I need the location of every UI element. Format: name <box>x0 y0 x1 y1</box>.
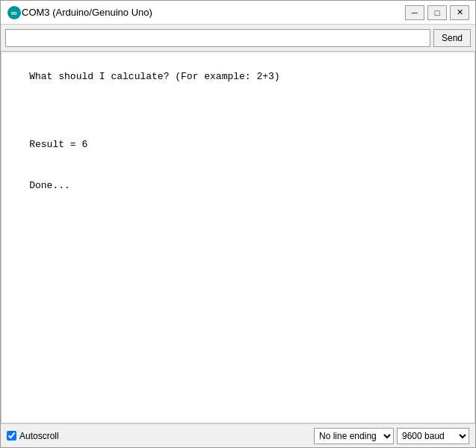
autoscroll-label[interactable]: Autoscroll <box>7 431 314 441</box>
autoscroll-checkbox[interactable] <box>7 431 16 441</box>
output-line-3: Result = 6 <box>29 139 87 150</box>
svg-text:∞: ∞ <box>11 8 17 17</box>
serial-output: What should I calculate? (For example: 2… <box>1 52 475 423</box>
baud-rate-select[interactable]: 300 baud 600 baud 1200 baud 2400 baud 48… <box>397 428 469 444</box>
arduino-logo-icon: ∞ <box>7 5 22 20</box>
send-button[interactable]: Send <box>433 29 471 47</box>
main-window: ∞ COM3 (Arduino/Genuino Uno) ─ □ ✕ Send … <box>0 0 476 448</box>
line-ending-select[interactable]: No line ending Newline Carriage return B… <box>314 428 394 444</box>
serial-input[interactable] <box>5 29 430 47</box>
window-controls: ─ □ ✕ <box>405 5 469 20</box>
output-line-1: What should I calculate? (For example: 2… <box>29 71 279 82</box>
autoscroll-text: Autoscroll <box>19 431 59 441</box>
maximize-button[interactable]: □ <box>427 5 447 20</box>
title-bar: ∞ COM3 (Arduino/Genuino Uno) ─ □ ✕ <box>1 1 475 25</box>
status-bar: Autoscroll No line ending Newline Carria… <box>1 423 475 447</box>
output-line-4: Done... <box>29 180 70 191</box>
window-title: COM3 (Arduino/Genuino Uno) <box>22 7 405 18</box>
toolbar: Send <box>1 25 475 52</box>
status-right: No line ending Newline Carriage return B… <box>314 428 469 444</box>
close-button[interactable]: ✕ <box>450 5 469 20</box>
minimize-button[interactable]: ─ <box>405 5 424 20</box>
